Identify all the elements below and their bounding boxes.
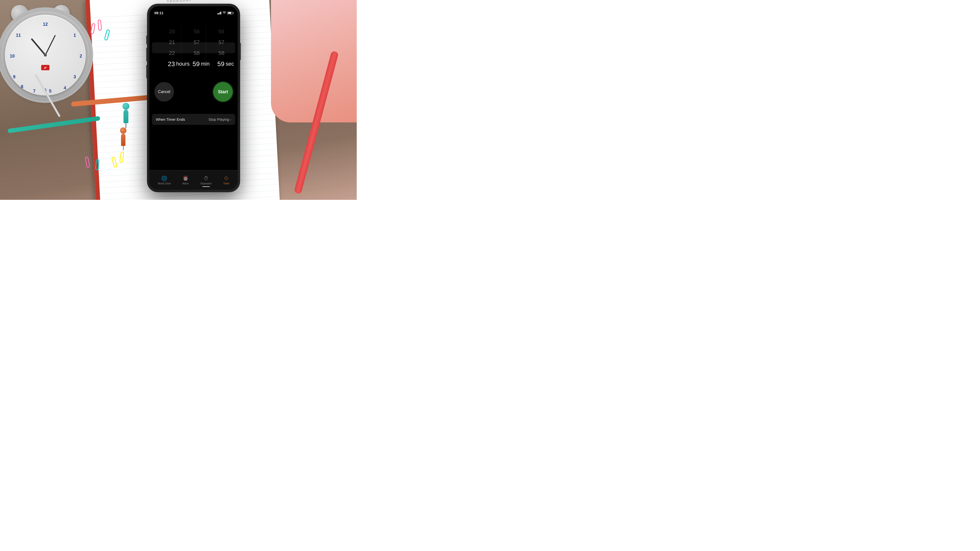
timer-buttons: Cancel Start (154, 82, 233, 102)
world-clock-icon: 🌐 (161, 175, 167, 181)
timer-ends-value-text: Stop Playing (208, 117, 229, 121)
pushpin-teal (123, 103, 129, 128)
picker-hours-selected: 23 hours (163, 59, 175, 69)
svg-text:10: 10 (10, 54, 15, 59)
picker-seconds-minus3: 56 (212, 26, 224, 37)
timer-picker[interactable]: 20 21 22 23 hours (150, 26, 238, 70)
timer-ends-label: When Timer Ends (156, 117, 185, 121)
svg-text:3: 3 (73, 75, 76, 79)
picker-minutes-minus3: 56 (188, 26, 200, 37)
tab-stopwatch[interactable]: ⏱ Stopwatch (197, 174, 215, 187)
picker-hours-minus2: 21 (163, 37, 175, 48)
tab-timer-label: Timer (223, 182, 229, 185)
timer-ends-value: Stop Playing › (208, 117, 231, 121)
svg-point-14 (44, 54, 47, 57)
status-time: 09:11 (154, 11, 164, 15)
battery-icon (228, 12, 233, 14)
tab-world-clock[interactable]: 🌐 World Clock (155, 173, 174, 187)
phone-power-button (240, 43, 241, 60)
picker-seconds-minus2: 57 (212, 37, 224, 48)
stopwatch-icon: ⏱ (204, 176, 208, 181)
phone-vol-down-button (146, 65, 147, 78)
chevron-right-icon: › (230, 118, 231, 121)
tab-timer[interactable]: ⏲ Timer (220, 174, 232, 187)
picker-hours-column[interactable]: 20 21 22 23 hours (157, 26, 181, 69)
tab-stopwatch-label: Stopwatch (200, 182, 212, 185)
timer-ends-row[interactable]: When Timer Ends Stop Playing › (152, 114, 235, 125)
tab-world-clock-label: World Clock (158, 182, 171, 185)
cancel-button[interactable]: Cancel (154, 82, 174, 102)
phone: 09:11 (147, 4, 240, 192)
pink-area (271, 0, 357, 122)
picker-minutes-minus2: 57 (188, 37, 200, 48)
picker-hours-minus3: 20 (163, 26, 175, 37)
svg-text:2: 2 (80, 54, 82, 59)
svg-text:8: 8 (21, 84, 23, 89)
svg-text:11: 11 (16, 33, 21, 38)
picker-minutes-minus1: 58 (188, 48, 200, 59)
svg-text:5: 5 (49, 89, 51, 94)
svg-text:d²: d² (44, 67, 47, 69)
tab-stopwatch-underline (202, 186, 210, 187)
signal-bars-icon (217, 11, 221, 14)
picker-seconds-label: sec (226, 61, 234, 67)
tab-alarm-label: Alarm (182, 182, 189, 185)
svg-text:9: 9 (13, 75, 16, 79)
picker-hours-minus1: 22 (163, 48, 175, 59)
alarm-icon: ⏰ (183, 175, 189, 181)
picker-seconds-minus1: 58 (212, 48, 224, 59)
notch (177, 6, 211, 13)
picker-seconds-selected: 59 sec (212, 59, 224, 69)
pushpin-orange (120, 127, 126, 150)
svg-text:4: 4 (64, 86, 66, 91)
tab-alarm[interactable]: ⏰ Alarm (179, 173, 192, 187)
svg-line-12 (32, 39, 45, 55)
phone-vol-up-button (146, 48, 147, 61)
wifi-icon (223, 11, 226, 15)
phone-body: 09:11 (147, 4, 240, 192)
timer-ends-section: When Timer Ends Stop Playing › (152, 114, 235, 125)
timer-icon: ⏲ (224, 176, 229, 181)
svg-text:7: 7 (33, 89, 35, 94)
picker-seconds-column[interactable]: 56 57 58 59 sec (206, 26, 231, 69)
status-icons (217, 11, 233, 15)
svg-text:12: 12 (43, 22, 48, 27)
analog-clock: 12 1 2 3 4 5 6 7 8 9 10 11 d² (5, 15, 86, 95)
tab-bar: 🌐 World Clock ⏰ Alarm ⏱ Stopwatch ⏲ Time… (150, 170, 238, 190)
start-button[interactable]: Start (213, 82, 233, 102)
svg-line-13 (45, 35, 55, 55)
phone-screen: 09:11 (150, 6, 238, 190)
picker-minutes-selected: 59 min (188, 59, 200, 69)
picker-minutes-column[interactable]: 56 57 58 59 min (181, 26, 206, 69)
svg-text:1: 1 (73, 33, 76, 38)
phone-silent-button (146, 35, 147, 44)
